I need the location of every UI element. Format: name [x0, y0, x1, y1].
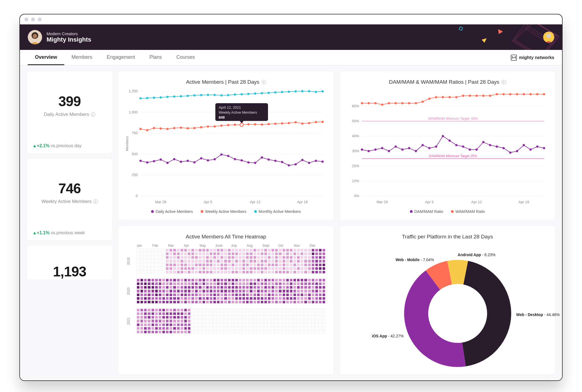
svg-point-149	[435, 96, 437, 98]
legend-wam: Weekly Active Members	[205, 209, 246, 214]
svg-point-72	[267, 123, 270, 125]
svg-point-79	[315, 121, 317, 123]
svg-point-146	[415, 102, 417, 104]
svg-point-55	[153, 127, 155, 129]
svg-point-187	[502, 147, 505, 149]
svg-point-158	[496, 93, 498, 95]
chart-ratios: DAM/MAM & WAM/MAM Ratios | Past 28 Days …	[340, 71, 555, 220]
tab-plans[interactable]: Plans	[142, 50, 169, 65]
svg-point-193	[543, 147, 545, 149]
svg-point-95	[234, 158, 236, 160]
kpi-column: 399 Daily Active Members i ▲+2.1% vs.pre…	[27, 71, 113, 375]
delta-up-icon: ▲	[32, 230, 37, 235]
tab-overview[interactable]: Overview	[28, 50, 64, 65]
svg-point-148	[428, 98, 430, 100]
svg-point-35	[207, 94, 209, 96]
svg-point-176	[428, 147, 430, 149]
svg-point-84	[160, 158, 162, 161]
user-avatar[interactable]	[543, 32, 554, 43]
tab-members[interactable]: Members	[64, 50, 99, 65]
svg-point-107	[315, 160, 317, 162]
zoom-dot[interactable]	[38, 17, 42, 21]
svg-point-73	[274, 123, 277, 125]
svg-point-47	[288, 91, 290, 93]
svg-point-78	[308, 122, 310, 124]
svg-point-88	[187, 160, 189, 162]
kpi-wam-delta: +1.1%	[37, 230, 50, 235]
svg-point-62	[200, 126, 202, 128]
legend-mam: Monthly Active Members	[259, 209, 301, 214]
donut-label: Web - Mobile - 7.04%	[387, 258, 434, 262]
svg-point-65	[220, 124, 223, 127]
svg-marker-4	[498, 29, 503, 34]
svg-point-191	[529, 149, 532, 151]
svg-text:Mar 29: Mar 29	[377, 200, 388, 204]
svg-text:50%: 50%	[352, 119, 359, 123]
svg-point-74	[281, 122, 283, 124]
community-name: Modern Creators	[47, 31, 91, 36]
svg-point-179	[448, 139, 451, 142]
charts-grid: Active Members | Past 28 Days i 02505007…	[118, 71, 555, 375]
svg-point-152	[455, 96, 458, 98]
svg-rect-5	[459, 27, 463, 30]
info-icon[interactable]: i	[502, 80, 506, 84]
svg-text:DAM/MAM Minimum Target 25%: DAM/MAM Minimum Target 25%	[429, 154, 477, 158]
svg-text:0%: 0%	[354, 194, 359, 198]
delta-up-icon: ▲	[32, 143, 37, 148]
info-icon[interactable]: i	[91, 112, 95, 117]
svg-point-67	[234, 124, 236, 126]
svg-point-77	[301, 123, 303, 125]
svg-point-97	[247, 161, 249, 164]
chart-active-title: Active Members | Past 28 Days	[186, 79, 259, 85]
kpi-wam-vs: vs.previous week	[51, 230, 85, 235]
svg-point-44	[267, 92, 270, 94]
close-dot[interactable]	[24, 17, 28, 21]
svg-point-171	[395, 146, 397, 148]
svg-point-165	[543, 93, 545, 95]
svg-point-138	[361, 102, 363, 104]
page-title: Mighty Insights	[47, 36, 91, 43]
community-avatar[interactable]	[28, 30, 42, 44]
svg-point-59	[180, 127, 182, 129]
svg-point-106	[308, 162, 310, 164]
window-controls	[20, 14, 562, 24]
svg-point-160	[509, 93, 511, 95]
svg-point-98	[254, 162, 256, 164]
svg-point-85	[166, 162, 169, 164]
kpi-dam-vs: vs.previous day	[51, 143, 81, 148]
svg-text:1,250: 1,250	[129, 89, 138, 93]
svg-text:750: 750	[132, 131, 138, 135]
svg-point-172	[401, 149, 404, 151]
svg-point-27	[153, 97, 155, 99]
svg-point-166	[361, 149, 363, 151]
chart-heatmap-title: Active Members All Time Heatmap	[186, 234, 266, 240]
mighty-logo-icon	[511, 55, 517, 61]
svg-point-53	[139, 128, 142, 130]
svg-point-100	[267, 158, 270, 161]
svg-point-57	[166, 128, 169, 130]
svg-point-139	[367, 102, 370, 104]
tab-courses[interactable]: Courses	[169, 50, 202, 65]
svg-point-50	[308, 90, 310, 92]
svg-point-37	[220, 94, 223, 96]
svg-point-54	[146, 129, 148, 131]
svg-point-41	[247, 93, 249, 95]
kpi-mam-value: 1,193	[32, 264, 107, 280]
svg-point-39	[234, 93, 236, 96]
svg-point-86	[173, 158, 175, 160]
svg-point-28	[160, 96, 162, 98]
chart-traffic-title: Traffic per Platform in the Last 28 Days	[402, 234, 493, 240]
svg-point-175	[422, 144, 424, 146]
svg-point-75	[288, 122, 290, 124]
info-icon[interactable]: i	[262, 80, 266, 84]
svg-point-92	[214, 158, 216, 161]
svg-point-66	[227, 124, 229, 126]
info-icon[interactable]: i	[93, 199, 98, 204]
svg-point-169	[381, 147, 383, 149]
svg-point-154	[469, 95, 471, 97]
svg-point-93	[220, 153, 223, 156]
svg-point-34	[200, 94, 202, 96]
tab-engagement[interactable]: Engagement	[99, 50, 142, 65]
minimize-dot[interactable]	[31, 17, 35, 21]
svg-point-31	[180, 95, 182, 97]
